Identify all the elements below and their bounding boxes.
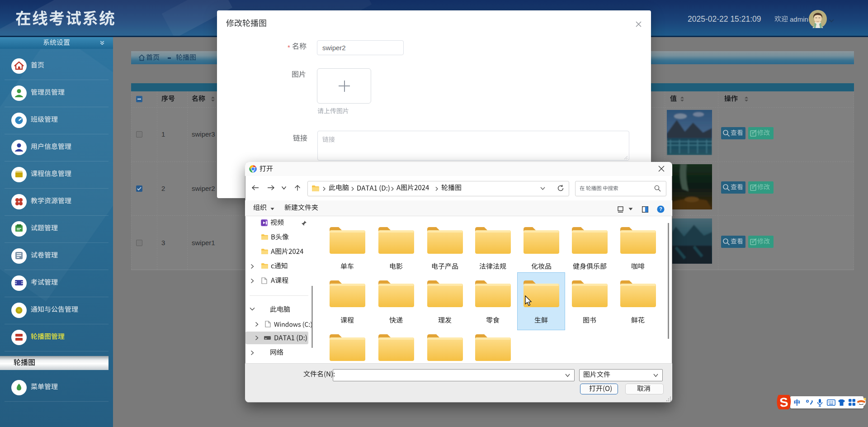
svg-text:?: ? (659, 206, 662, 212)
svg-text:S: S (779, 395, 788, 410)
